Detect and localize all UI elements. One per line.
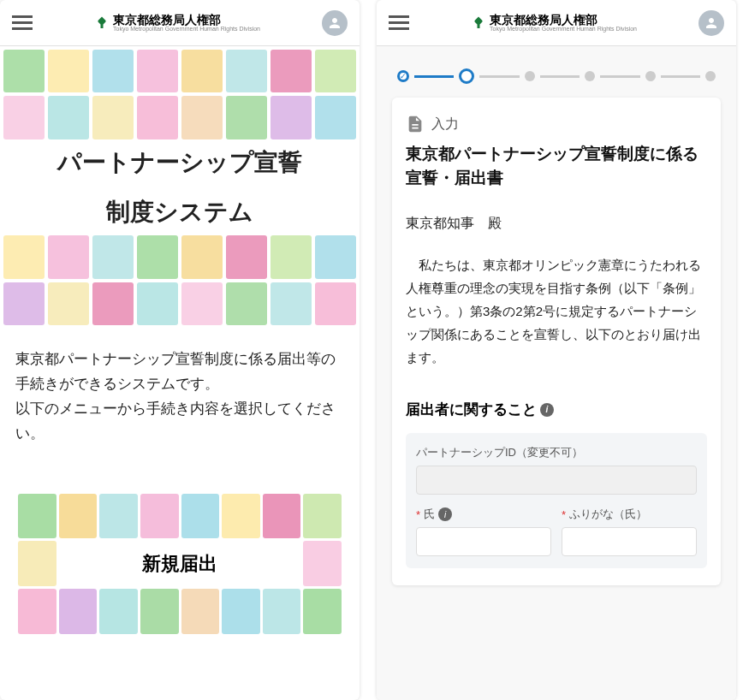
required-mark: *: [416, 508, 420, 521]
brand: 東京都総務局人権部 Tokyo Metropolitan Government …: [471, 14, 637, 32]
form-card: 入力 東京都パートナーシップ宣誓制度に係る宣誓・届出書 東京都知事 殿 私たちは…: [392, 98, 721, 585]
brand: 東京都総務局人権部 Tokyo Metropolitan Government …: [94, 14, 260, 32]
document-icon: [406, 115, 425, 133]
step-2-active: [459, 68, 474, 84]
desc-line1: 東京都パートナーシップ宣誓制度に係る届出等の手続きができるシステムです。: [15, 351, 336, 392]
menu-icon[interactable]: [12, 15, 33, 30]
form-title: 東京都パートナーシップ宣誓制度に係る宣誓・届出書: [406, 142, 707, 189]
step-1-done: [397, 70, 409, 82]
fields-panel: パートナーシップID（変更不可） * 氏 i: [406, 433, 707, 568]
avatar[interactable]: [698, 10, 724, 36]
hero-title-line1: パートナーシップ宣誓: [0, 145, 360, 181]
info-icon[interactable]: i: [438, 507, 452, 521]
left-screen: 東京都総務局人権部 Tokyo Metropolitan Government …: [0, 0, 360, 700]
desc-line2: 以下のメニューから手続き内容を選択してください。: [15, 400, 336, 442]
step-6: [705, 71, 716, 81]
header: 東京都総務局人権部 Tokyo Metropolitan Government …: [377, 0, 736, 46]
required-mark: *: [562, 508, 566, 521]
step-3: [525, 71, 535, 81]
hero-banner: パートナーシップ宣誓 制度システム: [0, 46, 360, 329]
progress-stepper: [392, 60, 721, 98]
pid-label: パートナーシップID（変更不可）: [416, 445, 697, 460]
pid-input: [416, 466, 697, 495]
user-icon: [704, 15, 719, 31]
step-5: [645, 71, 656, 81]
section-title: 届出者に関すること i: [406, 400, 707, 419]
right-screen: 東京都総務局人権部 Tokyo Metropolitan Government …: [377, 0, 736, 700]
step-4: [585, 71, 595, 81]
brand-subtitle: Tokyo Metropolitan Government Human Righ…: [113, 26, 260, 32]
description: 東京都パートナーシップ宣誓制度に係る届出等の手続きができるシステムです。 以下の…: [0, 329, 360, 466]
avatar[interactable]: [322, 10, 348, 36]
brand-logo-icon: [94, 15, 110, 31]
brand-name: 東京都総務局人権部: [113, 14, 221, 26]
menu-new-label: 新規届出: [15, 491, 344, 637]
menu-icon[interactable]: [389, 15, 409, 30]
surname-kana-input[interactable]: [562, 527, 697, 556]
user-icon: [327, 15, 342, 31]
surname-label: 氏: [424, 507, 435, 522]
info-icon[interactable]: i: [540, 403, 554, 417]
addressee: 東京都知事 殿: [406, 215, 707, 233]
hero-title-line2: 制度システム: [0, 194, 360, 230]
brand-subtitle: Tokyo Metropolitan Government Human Righ…: [490, 26, 637, 32]
brand-logo-icon: [471, 15, 486, 31]
header: 東京都総務局人権部 Tokyo Metropolitan Government …: [0, 0, 360, 46]
surname-kana-label: ふりがな（氏）: [569, 507, 647, 522]
surname-input[interactable]: [416, 527, 551, 556]
section-title-text: 届出者に関すること: [406, 400, 537, 419]
declaration-text: 私たちは、東京都オリンピック憲章にうたわれる人権尊重の理念の実現を目指す条例（以…: [406, 253, 707, 369]
new-submission-button[interactable]: 新規届出: [15, 491, 344, 637]
form-heading: 入力: [431, 116, 459, 133]
brand-name: 東京都総務局人権部: [490, 14, 597, 26]
